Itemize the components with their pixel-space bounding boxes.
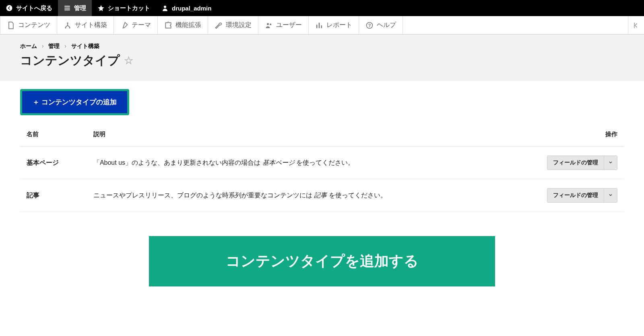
admin-item-structure[interactable]: サイト構築 (57, 16, 114, 34)
col-desc: 説明 (87, 122, 541, 147)
table-row: 記事 ニュースやプレスリリース、ブログのような時系列が重要なコンテンツには 記事… (20, 179, 624, 212)
star-icon (97, 4, 105, 12)
topbar: サイトへ戻る 管理 ショートカット drupal_admin (0, 0, 644, 16)
brush-icon (120, 21, 128, 29)
svg-point-1 (164, 6, 166, 8)
row-ops: フィールドの管理 (541, 179, 624, 212)
add-button-label: ＋ コンテンツタイプの追加 (33, 97, 117, 107)
admin-item-people[interactable]: ユーザー (258, 16, 309, 34)
file-icon (7, 21, 15, 29)
op-label: フィールドの管理 (547, 156, 604, 170)
row-name: 基本ページ (20, 147, 87, 179)
spacer (403, 16, 628, 34)
instruction-banner: コンテンツタイプを追加する (149, 236, 495, 286)
admin-item-help[interactable]: ? ヘルプ (359, 16, 403, 34)
admin-label: サイト構築 (75, 21, 107, 29)
admin-label: コンテンツ (18, 21, 50, 29)
breadcrumb-sep: › (42, 43, 44, 49)
banner-text: コンテンツタイプを追加する (226, 253, 419, 269)
op-label: フィールドの管理 (547, 189, 604, 202)
manage-link[interactable]: 管理 (58, 0, 92, 16)
admin-item-content[interactable]: コンテンツ (0, 16, 57, 34)
chevron-down-icon (604, 156, 617, 170)
page-title-text: コンテンツタイプ (20, 52, 120, 69)
svg-point-3 (65, 27, 66, 28)
manage-fields-button[interactable]: フィールドの管理 (547, 188, 617, 203)
admin-menu: コンテンツ サイト構築 テーマ 機能拡張 環境設定 ユーザー レポート (0, 16, 644, 35)
shortcut-label: ショートカット (108, 4, 150, 12)
content-types-table: 名前 説明 操作 基本ページ 「About us」のような、あまり更新されない内… (20, 122, 624, 212)
manage-label: 管理 (74, 4, 86, 12)
col-name: 名前 (20, 122, 87, 147)
back-label: サイトへ戻る (16, 4, 52, 12)
admin-item-reports[interactable]: レポート (309, 16, 359, 34)
favorite-star-icon[interactable]: ☆ (124, 54, 133, 67)
admin-item-appearance[interactable]: テーマ (114, 16, 158, 34)
admin-label: 環境設定 (226, 21, 252, 29)
breadcrumb: ホーム › 管理 › サイト構築 (20, 43, 624, 50)
admin-label: ヘルプ (377, 21, 396, 29)
page-title: コンテンツタイプ ☆ (20, 52, 624, 69)
col-ops: 操作 (541, 122, 624, 147)
admin-label: レポート (326, 21, 352, 29)
collapse-toolbar-button[interactable] (628, 16, 644, 34)
breadcrumb-sep: › (64, 43, 66, 49)
admin-item-extend[interactable]: 機能拡張 (158, 16, 208, 34)
hierarchy-icon (64, 21, 72, 29)
user-icon (161, 4, 169, 12)
content-region: ＋ コンテンツタイプの追加 名前 説明 操作 基本ページ 「About us」の… (0, 81, 644, 295)
user-label: drupal_admin (172, 5, 211, 12)
collapse-icon (632, 21, 640, 29)
row-name: 記事 (20, 179, 87, 212)
back-icon (6, 4, 13, 12)
admin-label: 機能拡張 (175, 21, 201, 29)
menu-icon (64, 4, 71, 12)
svg-text:?: ? (368, 23, 371, 28)
breadcrumb-home[interactable]: ホーム (20, 43, 37, 49)
puzzle-icon (164, 21, 172, 29)
svg-point-5 (267, 23, 269, 25)
page-header: ホーム › 管理 › サイト構築 コンテンツタイプ ☆ (0, 35, 644, 81)
breadcrumb-manage[interactable]: 管理 (48, 43, 60, 49)
manage-fields-button[interactable]: フィールドの管理 (547, 156, 617, 170)
svg-point-6 (270, 23, 271, 25)
breadcrumb-structure[interactable]: サイト構築 (71, 43, 99, 49)
wrench-icon (215, 21, 223, 29)
chevron-down-icon (604, 189, 617, 202)
back-to-site-link[interactable]: サイトへ戻る (0, 0, 58, 16)
help-icon: ? (365, 21, 374, 29)
add-button-highlight: ＋ コンテンツタイプの追加 (20, 89, 129, 115)
shortcut-link[interactable]: ショートカット (92, 0, 156, 16)
add-content-type-button[interactable]: ＋ コンテンツタイプの追加 (22, 91, 127, 113)
row-ops: フィールドの管理 (541, 147, 624, 179)
admin-label: テーマ (132, 21, 151, 29)
svg-point-0 (6, 5, 12, 11)
row-desc: 「About us」のような、あまり更新されない内容の場合は 基本ページ を使っ… (87, 147, 541, 179)
admin-label: ユーザー (276, 21, 302, 29)
table-row: 基本ページ 「About us」のような、あまり更新されない内容の場合は 基本ペ… (20, 147, 624, 179)
admin-item-config[interactable]: 環境設定 (208, 16, 258, 34)
row-desc: ニュースやプレスリリース、ブログのような時系列が重要なコンテンツには 記事 を使… (87, 179, 541, 212)
user-link[interactable]: drupal_admin (156, 0, 217, 16)
people-icon (265, 21, 273, 29)
svg-point-2 (67, 22, 68, 23)
svg-point-4 (69, 27, 70, 28)
chart-icon (315, 21, 323, 29)
